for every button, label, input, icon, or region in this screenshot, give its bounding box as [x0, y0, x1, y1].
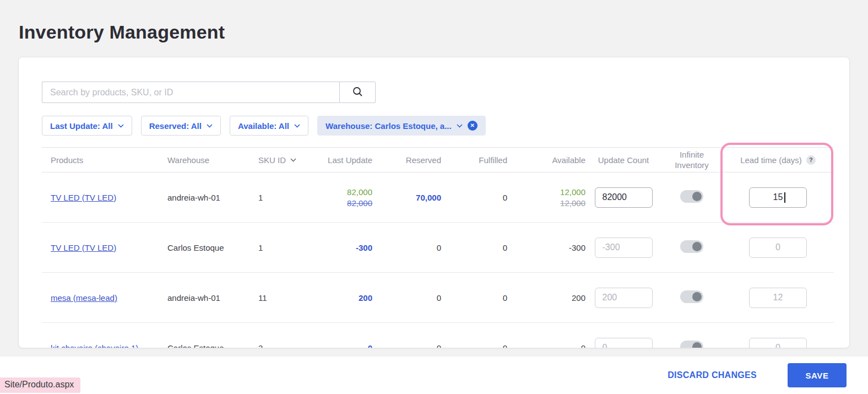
- last-update-cell: 200: [310, 293, 372, 303]
- search-input[interactable]: [42, 82, 339, 103]
- search-icon: [352, 87, 363, 99]
- lead-time-input[interactable]: [749, 288, 807, 308]
- col-infinite-inventory: Infinite Inventory: [661, 149, 722, 170]
- status-url: Site/Produto.aspx: [0, 377, 80, 393]
- search-button[interactable]: [339, 82, 376, 103]
- chevron-down-icon: [207, 124, 213, 128]
- filter-last-update[interactable]: Last Update: All: [42, 116, 132, 136]
- col-products: Products: [42, 155, 159, 165]
- reserved-cell: 70,000: [372, 193, 441, 202]
- filter-available[interactable]: Available: All: [230, 116, 308, 136]
- search-bar: [42, 82, 376, 103]
- lead-time-input[interactable]: [749, 238, 807, 258]
- update-count-input[interactable]: [595, 238, 653, 258]
- filter-bar: Last Update: All Reserved: All Available…: [42, 116, 486, 136]
- toggle-knob: [692, 292, 702, 301]
- fulfilled-cell: 0: [441, 243, 507, 252]
- col-lead-time-label: Lead time (days): [740, 155, 802, 165]
- available-cell: -300: [507, 243, 585, 252]
- fulfilled-cell: 0: [441, 293, 507, 303]
- reserved-cell: 0: [372, 343, 441, 349]
- col-sku-id-label: SKU ID: [258, 155, 286, 165]
- last-update-cell: -300: [310, 243, 372, 252]
- filter-label: Warehouse: Carlos Estoque, a...: [326, 121, 452, 131]
- col-available: Available: [507, 155, 585, 165]
- table-row: mesa (mesa-lead) andreia-wh-01 11 200 0 …: [42, 273, 834, 323]
- text-caret: [784, 192, 785, 203]
- sku-cell: 1: [249, 193, 310, 202]
- page-title: Inventory Management: [19, 21, 225, 43]
- discard-changes-button[interactable]: DISCARD CHANGES: [664, 370, 760, 381]
- product-link[interactable]: kit chaveiro (chaveiro 1): [51, 343, 138, 349]
- footer-bar: DISCARD CHANGES SAVE: [0, 357, 868, 394]
- warehouse-cell: andreia-wh-01: [159, 293, 249, 303]
- sku-cell: 3: [249, 343, 310, 349]
- available-cell: 200: [507, 293, 585, 303]
- col-warehouse: Warehouse: [159, 155, 249, 165]
- warehouse-cell: Carlos Estoque: [159, 243, 249, 252]
- save-button[interactable]: SAVE: [788, 363, 847, 387]
- sku-cell: 1: [249, 243, 310, 252]
- lead-time-input[interactable]: [749, 187, 807, 208]
- last-update-cell: 0: [310, 343, 372, 349]
- infinite-inventory-toggle[interactable]: [680, 341, 703, 348]
- reserved-cell: 0: [372, 293, 441, 303]
- warehouse-cell: Carlos Estoque: [159, 343, 249, 349]
- product-link[interactable]: TV LED (TV LED): [51, 193, 116, 202]
- chevron-down-icon: [457, 124, 463, 128]
- table-row: TV LED (TV LED) andreia-wh-01 1 82,00082…: [42, 172, 834, 223]
- infinite-inventory-toggle[interactable]: [680, 290, 703, 303]
- col-last-update: Last Update: [310, 155, 372, 165]
- chevron-down-icon: [118, 124, 124, 128]
- col-reserved: Reserved: [372, 155, 441, 165]
- toggle-knob: [692, 242, 702, 251]
- table-body: TV LED (TV LED) andreia-wh-01 1 82,00082…: [42, 172, 834, 348]
- sku-cell: 11: [249, 293, 310, 303]
- update-count-input[interactable]: [595, 338, 653, 349]
- filter-label: Available: All: [238, 121, 289, 131]
- col-sku-id[interactable]: SKU ID: [249, 155, 310, 165]
- col-lead-time: Lead time (days) ?: [722, 155, 834, 165]
- product-link[interactable]: mesa (mesa-lead): [51, 293, 117, 303]
- infinite-inventory-toggle[interactable]: [680, 240, 703, 253]
- update-count-input[interactable]: [595, 288, 653, 308]
- toggle-knob: [692, 192, 702, 201]
- last-update-cell: 82,00082,000: [310, 187, 372, 208]
- inventory-table: Products Warehouse SKU ID Last Update Re…: [42, 147, 834, 348]
- toggle-knob: [692, 342, 702, 348]
- available-cell: 0: [507, 343, 585, 349]
- lead-time-input[interactable]: [749, 338, 807, 349]
- table-row: kit chaveiro (chaveiro 1) Carlos Estoque…: [42, 323, 834, 348]
- product-link[interactable]: TV LED (TV LED): [51, 243, 116, 252]
- filter-label: Last Update: All: [50, 121, 113, 131]
- filter-reserved[interactable]: Reserved: All: [141, 116, 221, 136]
- table-header: Products Warehouse SKU ID Last Update Re…: [42, 147, 834, 172]
- col-fulfilled: Fulfilled: [441, 155, 507, 165]
- col-update-count: Update Count: [585, 155, 661, 165]
- chevron-down-icon: [294, 124, 300, 128]
- close-icon[interactable]: ✕: [468, 121, 478, 131]
- help-icon[interactable]: ?: [806, 155, 816, 165]
- infinite-inventory-toggle[interactable]: [680, 190, 703, 203]
- table-row: TV LED (TV LED) Carlos Estoque 1 -300 0 …: [42, 223, 834, 273]
- available-cell: 12,00012,000: [507, 187, 585, 208]
- filter-warehouse[interactable]: Warehouse: Carlos Estoque, a... ✕: [317, 116, 486, 136]
- sort-chevron-icon: [290, 158, 296, 162]
- warehouse-cell: andreia-wh-01: [159, 193, 249, 202]
- update-count-input[interactable]: [595, 187, 653, 208]
- filter-label: Reserved: All: [149, 121, 202, 131]
- reserved-cell: 0: [372, 243, 441, 252]
- fulfilled-cell: 0: [441, 343, 507, 349]
- fulfilled-cell: 0: [441, 193, 507, 202]
- inventory-card: Last Update: All Reserved: All Available…: [18, 57, 850, 348]
